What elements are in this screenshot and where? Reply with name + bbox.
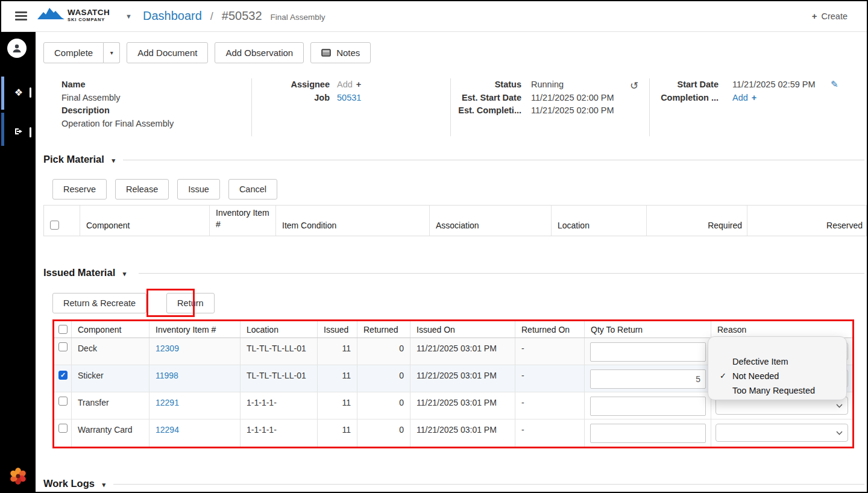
returned-cell: 0 (357, 365, 410, 392)
name-label: Name (61, 78, 86, 92)
complete-dropdown-caret-icon[interactable]: ▾ (104, 42, 120, 63)
pick-material-actions: Reserve Release Issue Cancel (52, 179, 277, 199)
est-completion-date-label: Est. Completi... (455, 104, 521, 118)
reason-select[interactable] (715, 424, 848, 442)
select-all-checkbox[interactable] (50, 221, 59, 230)
returned-on-cell: - (515, 338, 585, 365)
hamburger-menu-icon[interactable] (15, 11, 27, 22)
issue-button[interactable]: Issue (177, 179, 220, 199)
add-plus-icon[interactable]: + (752, 93, 756, 102)
column-header: Inventory Item # (149, 321, 241, 338)
location-cell: 1-1-1-1- (241, 419, 318, 447)
issued-cell: 11 (318, 338, 357, 365)
start-date-label: Start Date (657, 78, 719, 92)
work-logs-title: Work Logs (43, 478, 95, 489)
completion-add-link[interactable]: Add (732, 93, 748, 102)
notes-button-label: Notes (336, 48, 360, 58)
column-header: Component (72, 321, 149, 338)
est-completion-date-value: 11/21/2025 02:00 PM (531, 104, 614, 118)
logo-text: WASATCH SKI COMPANY (68, 8, 110, 22)
details-assignee-block: Assignee Add+ Job 50531 (275, 78, 361, 104)
user-avatar[interactable] (7, 39, 27, 58)
company-logo[interactable]: WASATCH SKI COMPANY (37, 7, 110, 24)
column-header: Component (80, 206, 210, 236)
edit-start-date-pencil-icon[interactable]: ✎ (831, 79, 838, 90)
section-divider-line (113, 484, 864, 485)
job-link[interactable]: 50531 (337, 92, 361, 105)
chevron-down-icon (836, 431, 843, 435)
work-logs-section-header[interactable]: Work Logs ▾ (43, 478, 105, 489)
column-header: Inventory Item # (210, 206, 276, 236)
location-cell: TL-TL-TL-LL-01 (241, 365, 318, 392)
breadcrumb-caret-icon[interactable]: ▼ (125, 13, 132, 20)
inventory-item-link[interactable]: 11998 (156, 371, 178, 380)
notes-icon (321, 49, 331, 57)
create-button[interactable]: +Create (812, 11, 848, 21)
issued-cell: 11 (318, 365, 357, 392)
returned-on-cell: - (515, 365, 585, 392)
breadcrumb-dashboard-link[interactable]: Dashboard (143, 9, 202, 23)
reserve-button[interactable]: Reserve (52, 179, 107, 199)
return-and-recreate-button[interactable]: Return & Recreate (52, 293, 146, 313)
reason-dropdown-popup: Defective Item ✓Not Needed Too Many Requ… (708, 336, 847, 400)
inventory-item-link[interactable]: 12294 (156, 425, 179, 435)
inventory-item-link[interactable]: 12291 (156, 398, 179, 407)
status-history-icon[interactable]: ↺ (630, 80, 638, 92)
qty-to-return-input[interactable] (590, 342, 706, 362)
collapse-caret-icon: ▾ (102, 481, 106, 488)
qty-to-return-input[interactable] (590, 369, 706, 389)
qty-to-return-input[interactable] (590, 424, 706, 443)
issued-table-header-row: Component Inventory Item # Location Issu… (54, 321, 852, 338)
row-checkbox[interactable] (58, 342, 68, 351)
add-document-button[interactable]: Add Document (127, 42, 208, 63)
status-value: Running (531, 78, 564, 92)
section-divider-line (123, 160, 864, 160)
inventory-item-link[interactable]: 12309 (156, 344, 179, 353)
divider (649, 78, 650, 136)
release-button[interactable]: Release (115, 179, 169, 199)
dropdown-option-not-needed[interactable]: ✓Not Needed (708, 369, 846, 383)
add-plus-icon[interactable]: + (356, 80, 361, 89)
returned-on-cell: - (515, 419, 585, 447)
collapse-caret-icon: ▾ (112, 157, 115, 164)
app-logo-flower-icon[interactable] (8, 466, 28, 486)
row-checkbox[interactable] (58, 424, 68, 433)
top-bar: WASATCH SKI COMPANY ▼ Dashboard / #50532… (1, 1, 867, 32)
column-header: Returned (357, 321, 410, 338)
pick-material-section-header[interactable]: Pick Material ▾ (43, 154, 115, 165)
logo-subtitle: SKI COMPANY (68, 17, 110, 22)
row-checkbox[interactable] (58, 397, 68, 406)
complete-button[interactable]: Complete (43, 42, 104, 63)
divider (450, 78, 451, 136)
column-header: Association (430, 206, 552, 236)
dropdown-option-defective-item[interactable]: Defective Item (708, 354, 846, 369)
component-cell: Deck (72, 338, 149, 365)
issued-on-cell: 11/21/2025 03:01 PM (410, 392, 515, 419)
notes-button[interactable]: Notes (310, 42, 371, 63)
divider (251, 78, 252, 136)
cancel-button[interactable]: Cancel (228, 179, 277, 199)
details-status-block: Status Running Est. Start Date 11/21/202… (455, 78, 614, 118)
breadcrumb: Dashboard / #50532 Final Assembly (143, 9, 325, 23)
issued-material-actions: Return & Recreate Return (52, 293, 215, 313)
select-all-checkbox[interactable] (58, 325, 68, 334)
plus-icon: + (812, 11, 817, 21)
create-button-label: Create (821, 11, 848, 21)
pick-material-table-header: Component Inventory Item # Item Conditio… (43, 205, 867, 236)
row-checkbox[interactable] (58, 371, 68, 380)
issued-cell: 11 (318, 419, 357, 447)
column-header: Location (241, 321, 318, 338)
dropdown-option-too-many-requested[interactable]: Too Many Requested (708, 383, 846, 398)
assignee-add-link[interactable]: Add (337, 80, 353, 89)
add-observation-button[interactable]: Add Observation (215, 42, 304, 63)
issued-on-cell: 11/21/2025 03:01 PM (410, 365, 515, 392)
status-label: Status (455, 78, 521, 92)
est-start-date-label: Est. Start Date (455, 92, 521, 105)
column-header: Reason (711, 321, 852, 338)
return-button[interactable]: Return (166, 293, 215, 313)
issued-material-section-header[interactable]: Issued Material ▾ (43, 267, 126, 278)
operation-details-panel: Name Final Assembly Description Operatio… (1, 74, 867, 140)
complete-split-button: Complete ▾ (43, 42, 120, 63)
qty-to-return-input[interactable] (590, 397, 706, 416)
description-label: Description (61, 104, 110, 118)
